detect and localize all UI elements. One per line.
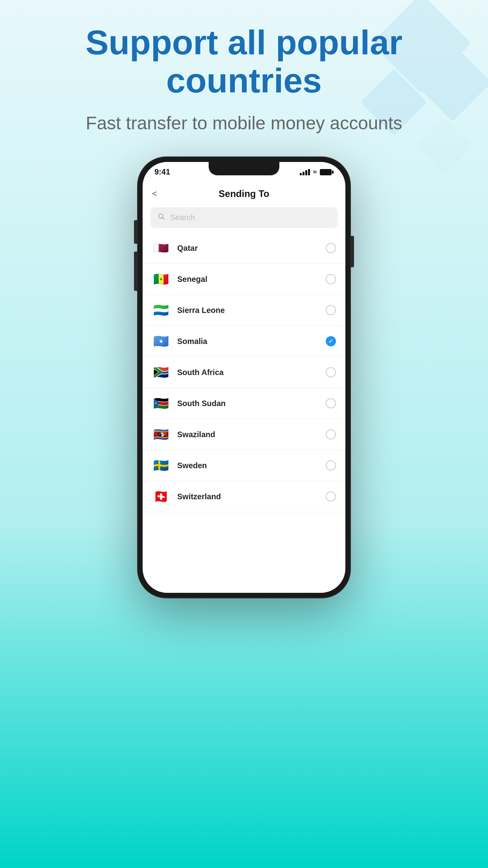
radio-south-sudan[interactable] bbox=[326, 398, 336, 408]
flag-south-africa: 🇿🇦 bbox=[152, 363, 170, 381]
signal-icon bbox=[300, 169, 310, 175]
phone-side-button-left-top bbox=[134, 220, 137, 244]
radio-south-africa[interactable] bbox=[326, 367, 336, 377]
phone-side-button-right bbox=[351, 236, 354, 267]
country-list: 🇶🇦 Qatar 🇸🇳 Senegal 🇸🇱 Sierra Leone bbox=[143, 233, 345, 512]
radio-senegal[interactable] bbox=[326, 274, 336, 284]
flag-somalia: 🇸🇴 bbox=[152, 332, 170, 350]
radio-sweden[interactable] bbox=[326, 460, 336, 471]
search-bar[interactable]: Search bbox=[150, 207, 338, 228]
app-content: < Sending To Search bbox=[143, 180, 345, 512]
country-name-qatar: Qatar bbox=[177, 244, 326, 253]
country-item-sierra-leone[interactable]: 🇸🇱 Sierra Leone bbox=[143, 295, 345, 326]
header-section: Support all popular countries Fast trans… bbox=[0, 24, 488, 135]
country-name-south-sudan: South Sudan bbox=[177, 399, 326, 408]
page-title: Support all popular countries bbox=[24, 24, 464, 100]
page-subtitle: Fast transfer to mobile money accounts bbox=[24, 112, 464, 135]
radio-swaziland[interactable] bbox=[326, 429, 336, 440]
phone-outer-shell: 9:41 ≈ bbox=[138, 157, 350, 598]
signal-bar-1 bbox=[300, 173, 302, 175]
flag-swaziland: 🇸🇿 bbox=[152, 425, 170, 443]
country-item-qatar[interactable]: 🇶🇦 Qatar bbox=[143, 233, 345, 264]
status-time: 9:41 bbox=[154, 167, 170, 177]
country-name-switzerland: Switzerland bbox=[177, 492, 326, 501]
phone-mockup: 9:41 ≈ bbox=[138, 157, 350, 845]
nav-title: Sending To bbox=[219, 188, 270, 199]
phone-screen: 9:41 ≈ bbox=[143, 162, 345, 593]
country-name-senegal: Senegal bbox=[177, 275, 326, 284]
country-item-sweden[interactable]: 🇸🇪 Sweden bbox=[143, 450, 345, 481]
svg-line-1 bbox=[163, 218, 165, 220]
phone-notch bbox=[209, 162, 279, 175]
country-item-switzerland[interactable]: 🇨🇭 Switzerland bbox=[143, 481, 345, 512]
battery-tip bbox=[332, 171, 334, 174]
country-item-south-sudan[interactable]: 🇸🇸 South Sudan bbox=[143, 388, 345, 419]
country-name-swaziland: Swaziland bbox=[177, 430, 326, 439]
flag-switzerland: 🇨🇭 bbox=[152, 487, 170, 506]
phone-side-button-left-bottom bbox=[134, 252, 137, 291]
country-name-south-africa: South Africa bbox=[177, 368, 326, 377]
country-item-south-africa[interactable]: 🇿🇦 South Africa bbox=[143, 357, 345, 388]
country-item-somalia[interactable]: 🇸🇴 Somalia bbox=[143, 326, 345, 357]
country-name-somalia: Somalia bbox=[177, 337, 326, 346]
flag-sierra-leone: 🇸🇱 bbox=[152, 301, 170, 319]
flag-qatar: 🇶🇦 bbox=[152, 239, 170, 257]
signal-bar-4 bbox=[308, 169, 310, 175]
radio-switzerland[interactable] bbox=[326, 491, 336, 502]
status-icons: ≈ bbox=[300, 168, 334, 176]
nav-bar: < Sending To bbox=[143, 184, 345, 204]
flag-senegal: 🇸🇳 bbox=[152, 270, 170, 288]
country-item-swaziland[interactable]: 🇸🇿 Swaziland bbox=[143, 419, 345, 450]
radio-qatar[interactable] bbox=[326, 243, 336, 253]
radio-somalia[interactable] bbox=[326, 336, 336, 346]
radio-sierra-leone[interactable] bbox=[326, 305, 336, 315]
battery-icon bbox=[320, 169, 334, 175]
country-name-sweden: Sweden bbox=[177, 461, 326, 470]
back-button[interactable]: < bbox=[152, 189, 157, 199]
flag-south-sudan: 🇸🇸 bbox=[152, 394, 170, 412]
signal-bar-2 bbox=[303, 172, 305, 175]
search-input[interactable]: Search bbox=[170, 213, 195, 222]
battery-body bbox=[320, 169, 332, 175]
wifi-icon: ≈ bbox=[313, 168, 317, 176]
country-item-senegal[interactable]: 🇸🇳 Senegal bbox=[143, 264, 345, 295]
flag-sweden: 🇸🇪 bbox=[152, 456, 170, 474]
signal-bar-3 bbox=[305, 170, 307, 175]
search-icon bbox=[158, 213, 165, 223]
country-name-sierra-leone: Sierra Leone bbox=[177, 306, 326, 315]
